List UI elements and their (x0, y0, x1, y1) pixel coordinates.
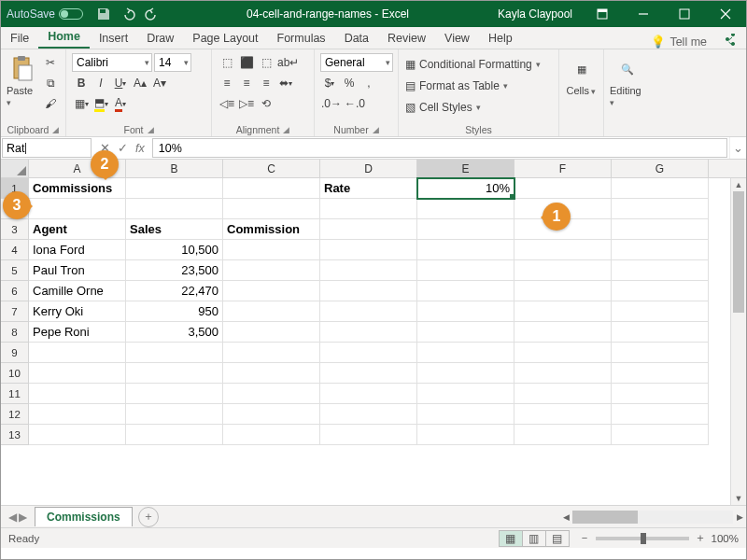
cell-A13[interactable] (29, 425, 126, 445)
cell-D3[interactable] (320, 219, 417, 240)
increase-indent-button[interactable]: ▷≡ (237, 94, 256, 113)
col-header[interactable]: B (126, 160, 223, 177)
cell-F9[interactable] (514, 343, 612, 363)
editing-button[interactable]: 🔍Editing (610, 53, 645, 107)
sheet-tab-commissions[interactable]: Commissions (35, 507, 133, 526)
sheet-nav-next-icon[interactable]: ▶ (19, 511, 27, 524)
horizontal-scrollbar[interactable]: ◀ ▶ (559, 511, 746, 524)
minimize-button[interactable] (623, 1, 664, 27)
fx-icon[interactable]: fx (135, 142, 145, 155)
scroll-thumb[interactable] (733, 191, 744, 313)
cell-C13[interactable] (223, 425, 320, 445)
italic-button[interactable]: I (92, 74, 110, 92)
cell-C6[interactable] (223, 281, 320, 301)
tell-me-search[interactable]: 💡 Tell me (643, 35, 714, 49)
font-name-combo[interactable]: Calibri (72, 53, 152, 72)
maximize-button[interactable] (664, 1, 705, 27)
align-middle-button[interactable]: ⬛ (237, 53, 256, 72)
cell-A4[interactable]: Iona Ford (29, 240, 126, 260)
tab-data[interactable]: Data (335, 29, 378, 49)
dialog-launcher-icon[interactable]: ◢ (283, 125, 289, 134)
cell-styles-button[interactable]: ▧Cell Styles (404, 98, 554, 117)
accounting-format-button[interactable]: $▾ (320, 74, 339, 92)
cell-B12[interactable] (126, 404, 223, 425)
zoom-slider[interactable] (596, 537, 689, 540)
bold-button[interactable]: B (72, 74, 91, 92)
worksheet-grid[interactable]: A B C D E F G 1CommissionsRate10%23Agent… (1, 160, 746, 505)
enter-icon[interactable]: ✓ (118, 141, 128, 155)
cell-F5[interactable] (514, 260, 612, 281)
cell-E10[interactable] (417, 363, 514, 384)
cell-A8[interactable]: Pepe Roni (29, 322, 126, 343)
cell-G7[interactable] (612, 301, 709, 322)
cell-B5[interactable]: 23,500 (126, 260, 223, 281)
cell-G4[interactable] (612, 240, 709, 260)
cell-A9[interactable] (29, 343, 126, 363)
cell-E2[interactable] (417, 199, 514, 219)
col-header[interactable]: F (514, 160, 612, 177)
cell-C12[interactable] (223, 404, 320, 425)
cell-C11[interactable] (223, 384, 320, 404)
cell-E5[interactable] (417, 260, 514, 281)
font-size-combo[interactable]: 14 (154, 53, 191, 72)
cell-A5[interactable]: Paul Tron (29, 260, 126, 281)
cell-D6[interactable] (320, 281, 417, 301)
cell-A12[interactable] (29, 404, 126, 425)
cell-D2[interactable] (320, 199, 417, 219)
tab-draw[interactable]: Draw (137, 29, 183, 49)
decrease-decimal-button[interactable]: ←.0 (344, 94, 366, 113)
col-header[interactable]: E (417, 160, 514, 177)
cell-G3[interactable] (612, 219, 709, 240)
cell-B8[interactable]: 3,500 (126, 322, 223, 343)
cell-G13[interactable] (612, 425, 709, 445)
name-box[interactable]: Rat (2, 138, 92, 158)
comma-format-button[interactable]: , (359, 74, 378, 92)
paste-button[interactable]: Paste (7, 53, 38, 107)
tab-formulas[interactable]: Formulas (268, 29, 335, 49)
font-color-button[interactable]: A▾ (111, 94, 130, 113)
close-button[interactable] (705, 1, 746, 27)
tab-home[interactable]: Home (38, 27, 90, 49)
align-center-button[interactable]: ≡ (237, 74, 256, 92)
dialog-launcher-icon[interactable]: ◢ (373, 125, 379, 134)
cell-D8[interactable] (320, 322, 417, 343)
scroll-left-icon[interactable]: ◀ (559, 512, 572, 522)
cell-D10[interactable] (320, 363, 417, 384)
cell-D7[interactable] (320, 301, 417, 322)
cell-C2[interactable] (223, 199, 320, 219)
cell-C3[interactable]: Commission (223, 219, 320, 240)
cell-A11[interactable] (29, 384, 126, 404)
scroll-thumb[interactable] (572, 511, 638, 524)
cell-G12[interactable] (612, 404, 709, 425)
redo-icon[interactable] (145, 7, 160, 21)
cell-F7[interactable] (514, 301, 612, 322)
cell-F10[interactable] (514, 363, 612, 384)
row-header[interactable]: 11 (1, 384, 29, 404)
expand-formula-bar-icon[interactable]: ⌄ (729, 137, 746, 159)
row-header[interactable]: 7 (1, 301, 29, 322)
format-painter-button[interactable]: 🖌 (41, 94, 60, 113)
col-header[interactable]: C (223, 160, 320, 177)
cell-C4[interactable] (223, 240, 320, 260)
cell-B6[interactable]: 22,470 (126, 281, 223, 301)
increase-font-button[interactable]: A▴ (131, 74, 149, 92)
cell-D5[interactable] (320, 260, 417, 281)
percent-format-button[interactable]: % (340, 74, 359, 92)
cell-G2[interactable] (612, 199, 709, 219)
cell-D9[interactable] (320, 343, 417, 363)
cell-C10[interactable] (223, 363, 320, 384)
cell-F8[interactable] (514, 322, 612, 343)
col-header[interactable]: G (612, 160, 709, 177)
copy-button[interactable]: ⧉ (41, 74, 60, 92)
cut-button[interactable]: ✂ (41, 53, 60, 72)
cell-E7[interactable] (417, 301, 514, 322)
cell-E4[interactable] (417, 240, 514, 260)
row-header[interactable]: 8 (1, 322, 29, 343)
cell-A10[interactable] (29, 363, 126, 384)
cell-E8[interactable] (417, 322, 514, 343)
cell-G8[interactable] (612, 322, 709, 343)
formula-input[interactable]: 10% (152, 138, 727, 158)
decrease-font-button[interactable]: A▾ (150, 74, 169, 92)
cell-C8[interactable] (223, 322, 320, 343)
cell-D12[interactable] (320, 404, 417, 425)
